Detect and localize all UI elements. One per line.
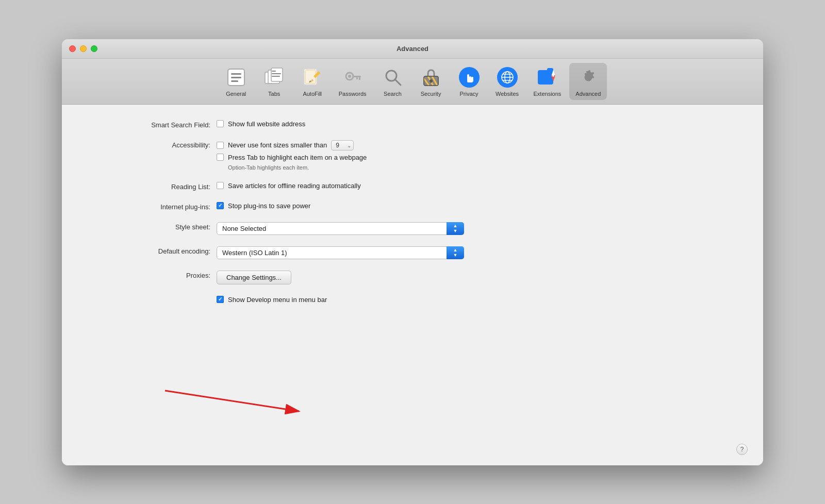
default-encoding-row: Default encoding: Western (ISO Latin 1) … <box>62 246 763 259</box>
tab-advanced-label: Advanced <box>575 91 601 97</box>
develop-menu-row: Show Develop menu in menu bar <box>62 296 763 304</box>
smart-search-checkbox-row: Show full website address <box>217 120 305 128</box>
tab-autofill[interactable]: AutoFill <box>294 63 331 100</box>
tabs-icon <box>263 66 286 89</box>
develop-menu-checkbox-row: Show Develop menu in menu bar <box>217 296 327 304</box>
accessibility-control: Never use font sizes smaller than 9 10 1… <box>217 140 367 171</box>
reading-list-label: Reading List: <box>103 182 217 191</box>
tab-search-label: Search <box>384 91 402 97</box>
reading-list-row: Reading List: Save articles for offline … <box>62 182 763 191</box>
title-bar: Advanced <box>62 39 763 59</box>
internet-plugins-checkbox[interactable] <box>217 202 224 209</box>
help-button[interactable]: ? <box>736 444 748 455</box>
svg-rect-20 <box>356 77 358 79</box>
change-settings-button[interactable]: Change Settings... <box>217 271 291 284</box>
tab-websites[interactable]: Websites <box>489 63 525 100</box>
tab-general[interactable]: General <box>218 63 254 100</box>
tab-autofill-label: AutoFill <box>303 91 322 97</box>
tab-privacy-label: Privacy <box>459 91 478 97</box>
tab-advanced[interactable]: Advanced <box>569 63 607 100</box>
window-title: Advanced <box>397 45 428 53</box>
tab-passwords[interactable]: Passwords <box>333 63 373 100</box>
style-sheet-row: Style sheet: None Selected ▲ ▼ <box>62 222 763 235</box>
font-size-checkbox[interactable] <box>217 142 224 149</box>
svg-rect-18 <box>353 76 361 77</box>
svg-rect-2 <box>231 77 241 78</box>
tab-highlight-checkbox[interactable] <box>217 154 224 161</box>
tab-search[interactable]: Search <box>375 63 411 100</box>
develop-menu-control: Show Develop menu in menu bar <box>217 296 327 304</box>
svg-point-40 <box>552 75 554 77</box>
toolbar: General Tabs <box>62 59 763 105</box>
accessibility-label: Accessibility: <box>103 140 217 149</box>
security-icon <box>420 66 442 89</box>
tab-passwords-label: Passwords <box>339 91 367 97</box>
reading-list-checkbox-label: Save articles for offline reading automa… <box>228 182 361 190</box>
style-sheet-control: None Selected ▲ ▼ <box>217 222 464 235</box>
svg-rect-8 <box>272 73 281 74</box>
tab-security-label: Security <box>421 91 441 97</box>
traffic-lights <box>69 45 97 52</box>
internet-plugins-checkbox-label: Stop plug-ins to save power <box>228 202 310 210</box>
internet-plugins-checkbox-row: Stop plug-ins to save power <box>217 202 310 210</box>
svg-point-17 <box>348 75 351 78</box>
tab-extensions-label: Extensions <box>534 91 562 97</box>
tab-highlight-checkbox-label: Press Tab to highlight each item on a we… <box>228 154 367 161</box>
reading-list-checkbox-row: Save articles for offline reading automa… <box>217 182 361 190</box>
develop-menu-checkbox[interactable] <box>217 296 224 303</box>
smart-search-checkbox[interactable] <box>217 120 224 127</box>
passwords-icon <box>341 66 364 89</box>
content-area: Smart Search Field: Show full website ad… <box>62 105 763 465</box>
svg-line-22 <box>395 79 401 85</box>
smart-search-control: Show full website address <box>217 120 305 128</box>
internet-plugins-label: Internet plug-ins: <box>103 202 217 211</box>
autofill-icon <box>301 66 324 89</box>
tab-privacy[interactable]: Privacy <box>451 63 487 100</box>
font-size-select[interactable]: 9 10 11 12 <box>331 140 354 150</box>
svg-rect-7 <box>272 71 276 72</box>
tab-highlight-hint: Option-Tab highlights each item. <box>228 164 367 171</box>
default-encoding-control: Western (ISO Latin 1) ▲ ▼ <box>217 246 464 259</box>
font-size-select-wrapper: 9 10 11 12 <box>331 140 354 150</box>
safari-preferences-window: Advanced General <box>62 39 763 465</box>
tab-extensions[interactable]: Extensions <box>527 63 568 100</box>
svg-rect-30 <box>431 81 432 83</box>
smart-search-checkbox-label: Show full website address <box>228 120 305 128</box>
reading-list-control: Save articles for offline reading automa… <box>217 182 361 190</box>
minimize-button[interactable] <box>80 45 87 52</box>
tab-general-label: General <box>226 91 246 97</box>
encoding-select[interactable]: Western (ISO Latin 1) <box>217 246 464 259</box>
svg-line-42 <box>165 391 299 411</box>
maximize-button[interactable] <box>91 45 97 52</box>
proxies-control: Change Settings... <box>217 271 291 284</box>
internet-plugins-row: Internet plug-ins: Stop plug-ins to save… <box>62 202 763 211</box>
svg-rect-1 <box>231 73 241 75</box>
annotation-arrow <box>155 380 330 422</box>
smart-search-row: Smart Search Field: Show full website ad… <box>62 120 763 129</box>
encoding-select-wrapper: Western (ISO Latin 1) ▲ ▼ <box>217 246 464 259</box>
tab-tabs-label: Tabs <box>268 91 280 97</box>
privacy-icon <box>458 66 481 89</box>
proxies-label: Proxies: <box>103 271 217 279</box>
svg-rect-6 <box>271 68 283 81</box>
accessibility-row: Accessibility: Never use font sizes smal… <box>62 140 763 171</box>
svg-rect-19 <box>359 77 360 80</box>
font-size-checkbox-label: Never use font sizes smaller than <box>228 141 327 149</box>
close-button[interactable] <box>69 45 76 52</box>
style-sheet-label: Style sheet: <box>103 222 217 231</box>
style-sheet-select[interactable]: None Selected <box>217 222 464 235</box>
font-size-checkbox-row: Never use font sizes smaller than 9 10 1… <box>217 140 367 150</box>
develop-menu-checkbox-label: Show Develop menu in menu bar <box>228 296 327 304</box>
search-icon <box>382 66 404 89</box>
tab-security[interactable]: Security <box>413 63 449 100</box>
proxies-row: Proxies: Change Settings... <box>62 271 763 284</box>
svg-rect-3 <box>231 80 238 82</box>
svg-rect-9 <box>272 76 280 77</box>
extensions-icon <box>536 66 558 89</box>
develop-menu-label <box>103 296 217 297</box>
general-icon <box>225 66 248 89</box>
style-sheet-select-wrapper: None Selected ▲ ▼ <box>217 222 464 235</box>
reading-list-checkbox[interactable] <box>217 182 224 189</box>
default-encoding-label: Default encoding: <box>103 246 217 255</box>
tab-tabs[interactable]: Tabs <box>256 63 292 100</box>
